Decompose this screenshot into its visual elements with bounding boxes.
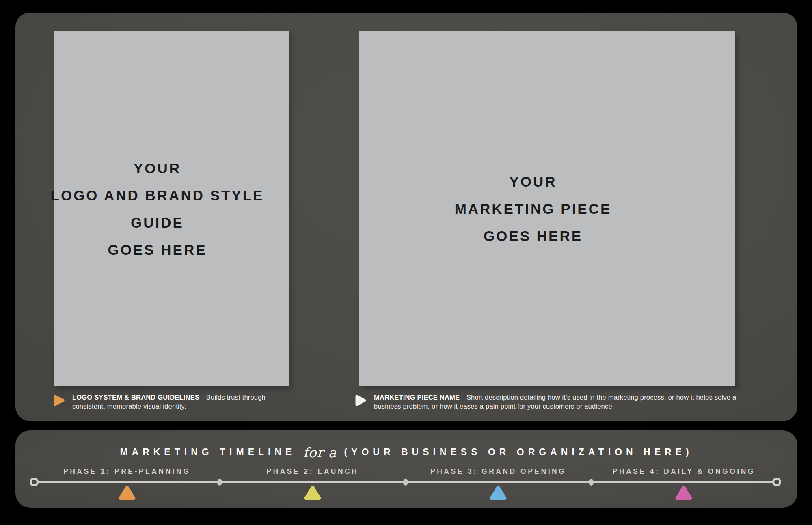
placeholder-line: MARKETING PIECE (455, 195, 612, 222)
timeline-panel: MARKETING TIMELINE for a (YOUR BUSINESS … (15, 430, 797, 508)
caption-name: LOGO SYSTEM & BRAND GUIDELINES (72, 394, 199, 401)
placeholder-line: GOES HERE (484, 222, 583, 250)
timeline-phase-2: PHASE 2: LAUNCH (220, 430, 405, 508)
placeholder-line: YOUR (509, 168, 557, 195)
phase-label: PHASE 4: DAILY & ONGOING (591, 467, 777, 476)
phase-label: PHASE 1: PRE-PLANNING (34, 467, 220, 476)
triangle-up-icon (489, 485, 507, 501)
placeholder-line: GOES HERE (108, 236, 207, 263)
left-caption: LOGO SYSTEM & BRAND GUIDELINES—Builds tr… (53, 393, 298, 411)
placeholder-line: YOUR (134, 155, 181, 182)
triangle-up-icon (675, 485, 693, 501)
caption-text: MARKETING PIECE NAME—Short description d… (374, 393, 739, 411)
timeline-phase-3: PHASE 3: GRAND OPENING (406, 430, 591, 508)
triangle-up-icon (304, 485, 322, 501)
timeline-phase-1: PHASE 1: PRE-PLANNING (34, 430, 220, 508)
caption-name: MARKETING PIECE NAME (374, 394, 460, 401)
placeholder-line: GUIDE (131, 209, 184, 236)
timeline-track: PHASE 1: PRE-PLANNING PHASE 2: LAUNCH PH… (34, 430, 777, 508)
caption-text: LOGO SYSTEM & BRAND GUIDELINES—Builds tr… (72, 393, 298, 411)
right-caption: MARKETING PIECE NAME—Short description d… (354, 393, 739, 411)
phase-label: PHASE 3: GRAND OPENING (406, 467, 591, 476)
triangle-up-icon (118, 485, 136, 501)
play-icon (53, 394, 65, 407)
logo-placeholder-box: YOUR LOGO AND BRAND STYLE GUIDE GOES HER… (54, 31, 289, 386)
marketing-template-slide: YOUR LOGO AND BRAND STYLE GUIDE GOES HER… (0, 0, 812, 525)
top-panel: YOUR LOGO AND BRAND STYLE GUIDE GOES HER… (15, 13, 797, 421)
marketing-piece-placeholder-box: YOUR MARKETING PIECE GOES HERE (359, 31, 735, 386)
phase-label: PHASE 2: LAUNCH (220, 467, 405, 476)
timeline-phase-4: PHASE 4: DAILY & ONGOING (591, 430, 777, 508)
placeholder-line: LOGO AND BRAND STYLE (51, 182, 264, 209)
play-icon (354, 394, 367, 407)
